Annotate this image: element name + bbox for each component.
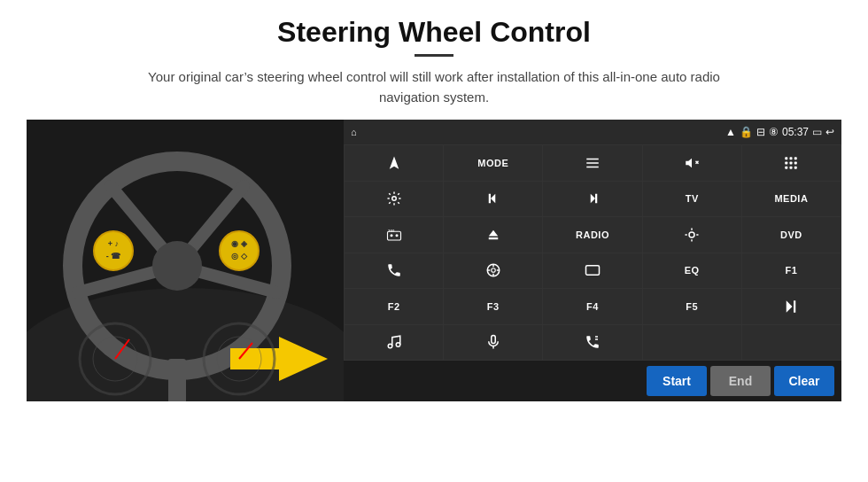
svg-rect-32 (794, 157, 797, 159)
svg-text:+  ♪: + ♪ (108, 239, 119, 248)
btn-mic[interactable] (444, 325, 542, 361)
svg-rect-36 (786, 167, 788, 169)
content-row: + ♪ - ☎ ◉ ◈ ◎ ◇ (27, 120, 841, 401)
svg-point-7 (152, 241, 202, 291)
btn-media[interactable]: MEDIA (742, 182, 841, 217)
svg-point-9 (94, 231, 133, 270)
page-container: Steering Wheel Control Your original car… (0, 0, 868, 482)
btn-mode[interactable]: MODE (444, 145, 542, 181)
btn-settings[interactable] (345, 182, 443, 217)
btn-f3[interactable]: F3 (444, 289, 542, 324)
svg-rect-41 (489, 194, 491, 204)
svg-point-39 (391, 197, 396, 201)
title-divider (415, 54, 453, 57)
btn-eq[interactable]: EQ (643, 253, 741, 289)
button-grid: MODE (344, 144, 841, 361)
page-title: Steering Wheel Control (277, 16, 591, 49)
svg-text:◎  ◇: ◎ ◇ (231, 252, 248, 260)
btn-navi[interactable] (444, 253, 542, 289)
btn-next[interactable] (543, 182, 641, 217)
start-button[interactable]: Start (647, 366, 707, 396)
time-display: 05:37 (782, 126, 809, 138)
svg-point-65 (396, 343, 400, 347)
svg-marker-27 (686, 159, 692, 168)
btn-f1[interactable]: F1 (742, 253, 841, 289)
svg-point-12 (220, 231, 259, 270)
btn-360cam[interactable]: 360 (345, 217, 443, 253)
status-bar-right: ▲ 🔒 ⊟ ⑧ 05:37 ▭ ↩ (725, 126, 834, 138)
svg-rect-30 (786, 157, 788, 159)
svg-rect-24 (586, 159, 599, 160)
svg-marker-40 (491, 194, 495, 204)
svg-rect-8 (168, 359, 186, 401)
btn-handsfree[interactable] (543, 325, 641, 361)
svg-rect-37 (790, 167, 793, 169)
back-icon: ↩ (825, 126, 834, 138)
svg-rect-61 (585, 266, 599, 276)
btn-phone[interactable] (345, 253, 443, 289)
bt-icon: ⑧ (769, 126, 779, 138)
btn-empty-1 (643, 325, 741, 361)
btn-f5[interactable]: F5 (643, 289, 741, 324)
btn-apps[interactable] (742, 145, 841, 181)
svg-rect-34 (790, 161, 793, 164)
clear-button[interactable]: Clear (774, 366, 834, 396)
page-subtitle: Your original car’s steering wheel contr… (124, 67, 744, 107)
btn-dvd[interactable]: DVD (742, 217, 841, 253)
steering-wheel-image: + ♪ - ☎ ◉ ◈ ◎ ◇ (27, 120, 344, 401)
svg-text:360: 360 (388, 229, 394, 233)
svg-point-46 (395, 234, 398, 237)
svg-rect-38 (794, 167, 797, 169)
status-bar-left: ⌂ (351, 127, 357, 137)
btn-screen[interactable] (543, 253, 641, 289)
sd-icon: ⊟ (756, 126, 765, 138)
svg-marker-62 (787, 300, 793, 313)
home-icon[interactable]: ⌂ (351, 127, 357, 137)
btn-prev[interactable] (444, 182, 542, 217)
status-bar: ⌂ ▲ 🔒 ⊟ ⑧ 05:37 ▭ ↩ (344, 120, 841, 144)
svg-point-56 (492, 268, 496, 273)
svg-point-50 (689, 232, 694, 237)
svg-marker-48 (489, 230, 499, 237)
btn-music[interactable] (345, 325, 443, 361)
btn-f4[interactable]: F4 (543, 289, 641, 324)
svg-rect-33 (786, 161, 788, 164)
end-button[interactable]: End (710, 366, 771, 396)
svg-rect-26 (586, 167, 599, 168)
svg-rect-25 (586, 162, 599, 164)
action-bar: Start End Clear (344, 361, 841, 401)
svg-rect-49 (489, 237, 499, 239)
lock-icon: 🔒 (740, 126, 753, 138)
btn-f2[interactable]: F2 (345, 289, 443, 324)
svg-rect-43 (595, 194, 597, 204)
svg-rect-63 (794, 300, 795, 313)
btn-mute[interactable] (643, 145, 741, 181)
btn-eject[interactable] (444, 217, 542, 253)
btn-empty-2 (742, 325, 841, 361)
window-icon: ▭ (812, 126, 822, 138)
svg-point-45 (390, 234, 392, 237)
svg-rect-35 (794, 161, 797, 164)
btn-list[interactable] (543, 145, 641, 181)
svg-marker-42 (591, 194, 595, 204)
wifi-icon: ▲ (725, 126, 736, 138)
btn-brightness[interactable] (643, 217, 741, 253)
svg-point-64 (388, 345, 392, 349)
svg-text:◉  ◈: ◉ ◈ (231, 239, 248, 248)
svg-text:-  ☎: - ☎ (106, 252, 121, 260)
android-head-unit: ⌂ ▲ 🔒 ⊟ ⑧ 05:37 ▭ ↩ MODE (344, 120, 841, 401)
btn-playpause[interactable] (742, 289, 841, 324)
btn-nav[interactable] (345, 145, 443, 181)
svg-marker-23 (389, 156, 399, 168)
svg-rect-31 (790, 157, 793, 159)
btn-radio[interactable]: RADIO (543, 217, 641, 253)
svg-rect-66 (492, 336, 496, 344)
btn-tv[interactable]: TV (643, 182, 741, 217)
